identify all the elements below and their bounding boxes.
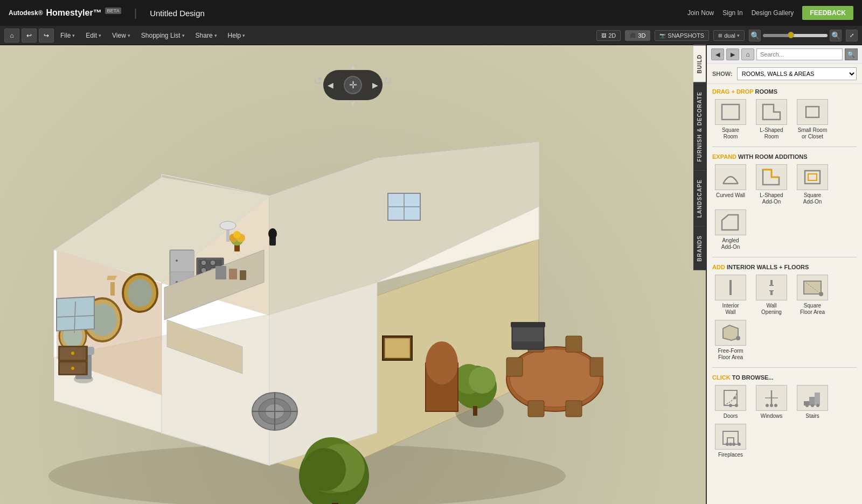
sign-in-link[interactable]: Sign In — [722, 9, 742, 17]
panel-search-input[interactable] — [756, 48, 843, 60]
design-title: Untitled Design — [150, 9, 205, 18]
show-select[interactable]: ROOMS, WALLS & AREAS ALL WALLS ONLY — [737, 67, 857, 80]
stairs-label: Stairs — [805, 413, 819, 419]
room-item-square[interactable]: SquareRoom — [712, 99, 749, 140]
zoom-out-button[interactable]: 🔍 — [749, 30, 761, 41]
main-content: ↺ ◀ ✛ ▶ ↻ ▲ ▼ BUILD FURNISH & DECORATE L… — [0, 45, 862, 504]
browse-fireplaces[interactable]: Fireplaces — [712, 424, 749, 458]
zoom-slider[interactable] — [763, 34, 828, 37]
svg-point-87 — [426, 341, 458, 384]
svg-rect-40 — [215, 266, 226, 279]
svg-point-120 — [766, 404, 769, 407]
dual-view-button[interactable]: ⊞ dual ▾ — [713, 30, 745, 41]
pan-left-button[interactable]: ◀ — [328, 81, 333, 89]
svg-point-112 — [736, 336, 740, 340]
square-addon-label: SquareAdd-On — [803, 192, 822, 205]
view-menu[interactable]: View ▾ — [108, 30, 135, 41]
panel-back-button[interactable]: ◀ — [711, 48, 724, 60]
file-menu[interactable]: File ▾ — [56, 30, 79, 41]
undo-button[interactable]: ↩ — [22, 29, 37, 43]
design-gallery-link[interactable]: Design Gallery — [752, 9, 794, 17]
navigation-control: ↺ ◀ ✛ ▶ ↻ ▲ ▼ — [323, 61, 383, 104]
view-controls: 🖼 2D ⬛ 3D 📷 SNAPSHOTS ⊞ dual ▾ 🔍 🔍 ⤢ — [596, 30, 858, 41]
addition-lshaped[interactable]: L-ShapedAdd-On — [753, 164, 790, 205]
interior-grid: InteriorWall WallOpening — [707, 272, 862, 365]
addition-angled[interactable]: AngledAdd-On — [712, 209, 749, 250]
svg-point-91 — [220, 221, 236, 230]
square-floor-label: SquareFloor Area — [800, 303, 825, 316]
feedback-button[interactable]: FEEDBACK — [802, 6, 853, 20]
home-icon-button[interactable]: ⌂ — [4, 29, 19, 43]
rotate-left-button[interactable]: ↺ — [314, 74, 323, 87]
menu-bar: ⌂ ↩ ↪ File ▾ Edit ▾ View ▾ Shopping List… — [0, 26, 862, 45]
tab-landscape[interactable]: LANDSCAPE — [693, 170, 706, 226]
svg-rect-92 — [722, 104, 739, 120]
logo-beta: BETA — [105, 8, 121, 14]
pan-down-button[interactable]: ▼ — [350, 100, 357, 108]
lshaped-room-icon — [756, 99, 787, 125]
square-room-label: SquareRoom — [722, 127, 739, 140]
svg-marker-128 — [723, 431, 738, 444]
lshaped-addon-icon — [756, 164, 787, 190]
pan-up-button[interactable]: ▲ — [350, 62, 357, 71]
browse-grid: Doors Windows — [707, 383, 862, 463]
addition-curved-wall[interactable]: Curved Wall — [712, 164, 749, 205]
zoom-slider-handle[interactable] — [788, 32, 794, 38]
panel-home-button[interactable]: ⌂ — [741, 48, 754, 60]
browse-stairs[interactable]: Stairs — [794, 385, 831, 419]
svg-rect-64 — [513, 326, 543, 341]
browse-heading-rest: TO BROWSE... — [732, 374, 774, 381]
divider-2 — [712, 257, 857, 257]
browse-doors[interactable]: Doors — [712, 385, 749, 419]
room-item-small[interactable]: Small Roomor Closet — [794, 99, 831, 140]
svg-rect-29 — [171, 251, 194, 271]
share-menu[interactable]: Share ▾ — [191, 30, 221, 41]
help-menu[interactable]: Help ▾ — [224, 30, 250, 41]
drag-heading-rest: ROOMS — [755, 88, 778, 95]
browse-windows[interactable]: Windows — [753, 385, 790, 419]
house-svg — [11, 88, 603, 504]
pan-right-button[interactable]: ▶ — [372, 81, 378, 89]
tab-brands[interactable]: BRANDS — [693, 226, 706, 270]
svg-point-119 — [770, 404, 773, 407]
svg-point-67 — [268, 228, 277, 239]
doors-label: Doors — [724, 413, 738, 419]
wall-opening-item[interactable]: WallOpening — [753, 275, 790, 316]
join-now-link[interactable]: Join Now — [687, 9, 714, 17]
redo-button[interactable]: ↪ — [39, 29, 54, 43]
nav-center-button[interactable]: ✛ — [344, 76, 362, 94]
small-room-label: Small Roomor Closet — [798, 127, 827, 140]
show-row: SHOW: ROOMS, WALLS & AREAS ALL WALLS ONL… — [707, 64, 862, 84]
panel-forward-button[interactable]: ▶ — [726, 48, 739, 60]
zoom-in-button[interactable]: 🔍 — [830, 30, 842, 41]
tab-build[interactable]: BUILD — [693, 45, 706, 82]
fullscreen-button[interactable]: ⤢ — [846, 30, 858, 41]
svg-point-26 — [71, 352, 74, 355]
zoom-controls: 🔍 🔍 — [749, 30, 842, 41]
snapshots-button[interactable]: 📷 SNAPSHOTS — [655, 30, 709, 41]
svg-point-116 — [729, 404, 732, 407]
tab-furnish[interactable]: FURNISH & DECORATE — [693, 82, 706, 171]
fireplaces-icon — [715, 424, 746, 450]
svg-point-129 — [738, 443, 741, 446]
svg-point-126 — [816, 404, 819, 407]
view-2d-button[interactable]: 🖼 2D — [596, 30, 621, 41]
panel-tabs-vertical: BUILD FURNISH & DECORATE LANDSCAPE BRAND… — [693, 45, 706, 270]
room-item-lshaped[interactable]: L-ShapedRoom — [753, 99, 790, 140]
interior-wall-item[interactable]: InteriorWall — [712, 275, 749, 316]
divider-1 — [712, 146, 857, 147]
panel-search-button[interactable]: 🔍 — [845, 48, 858, 60]
addition-square[interactable]: SquareAdd-On — [794, 164, 831, 205]
square-floor-item[interactable]: SquareFloor Area — [794, 275, 831, 316]
edit-arrow: ▾ — [99, 33, 101, 38]
canvas-area[interactable]: ↺ ◀ ✛ ▶ ↻ ▲ ▼ — [0, 45, 706, 504]
shopping-list-menu[interactable]: Shopping List ▾ — [137, 30, 189, 41]
view-3d-button[interactable]: ⬛ 3D — [625, 30, 650, 41]
rotate-right-button[interactable]: ↻ — [383, 74, 392, 87]
interior-heading-rest: INTERIOR WALLS + FLOORS — [727, 264, 809, 270]
svg-point-36 — [210, 260, 215, 265]
fireplaces-label: Fireplaces — [718, 452, 743, 458]
freeform-floor-item[interactable]: Free-FormFloor Area — [712, 320, 749, 361]
additions-grid: Curved Wall L-ShapedAdd-On — [707, 162, 862, 255]
edit-menu[interactable]: Edit ▾ — [81, 30, 106, 41]
